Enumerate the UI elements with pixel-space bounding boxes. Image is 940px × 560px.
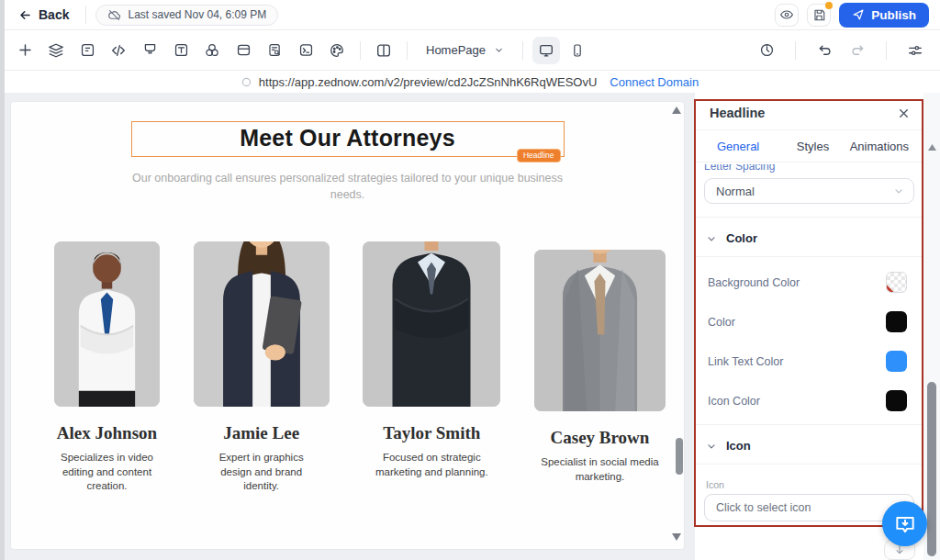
attorney-photo[interactable] bbox=[363, 241, 500, 407]
spacing-dropdown[interactable]: Normal bbox=[704, 178, 914, 204]
sliders-icon bbox=[907, 42, 923, 59]
publish-label: Publish bbox=[871, 8, 916, 22]
last-saved-text: Last saved Nov 04, 6:09 PM bbox=[128, 8, 266, 21]
divider bbox=[886, 41, 887, 60]
section-subtitle[interactable]: Our onboarding call ensures personalized… bbox=[114, 170, 582, 203]
selected-headline-element[interactable]: Meet Our Attorneys Headline bbox=[131, 121, 565, 157]
columns-icon bbox=[375, 42, 392, 59]
top-bar: Back Last saved Nov 04, 6:09 PM Publish bbox=[0, 0, 940, 30]
text-color-swatch[interactable] bbox=[886, 311, 907, 332]
headline-element-tag: Headline bbox=[517, 149, 561, 162]
redo-icon bbox=[850, 42, 866, 58]
theme-button[interactable] bbox=[323, 37, 351, 64]
undo-icon bbox=[817, 42, 833, 58]
attorney-name[interactable]: Casey Brown bbox=[534, 428, 666, 448]
canvas-scroll-down-arrow[interactable] bbox=[671, 532, 682, 542]
canvas-scrollbar-thumb[interactable] bbox=[676, 438, 683, 475]
icon-section-header[interactable]: Icon bbox=[695, 424, 923, 464]
eye-icon bbox=[779, 7, 794, 22]
settings-sliders-button[interactable] bbox=[901, 37, 929, 64]
attorney-description[interactable]: Specializes in video editing and content… bbox=[54, 451, 160, 494]
tab-styles[interactable]: Styles bbox=[781, 140, 845, 153]
color-section-header[interactable]: Color bbox=[695, 217, 923, 256]
style-brush-button[interactable] bbox=[136, 37, 163, 64]
sections-button[interactable] bbox=[229, 37, 257, 64]
clipped-setting-label: Letter Spacing bbox=[704, 164, 923, 174]
divider bbox=[522, 41, 523, 60]
attorney-card[interactable]: Jamie Lee Expert in graphics design and … bbox=[194, 241, 330, 494]
window-scrollbar[interactable] bbox=[923, 93, 940, 560]
layout-columns-button[interactable] bbox=[370, 37, 397, 64]
close-icon bbox=[897, 106, 911, 120]
layers-button[interactable] bbox=[42, 37, 70, 64]
tab-general[interactable]: General bbox=[717, 140, 781, 153]
attorney-description[interactable]: Expert in graphics design and brand iden… bbox=[203, 451, 320, 494]
scroll-up-arrow[interactable] bbox=[927, 143, 937, 151]
page-selector-dropdown[interactable]: HomePage bbox=[417, 43, 513, 57]
attorney-card[interactable]: Casey Brown Specialist in social media m… bbox=[534, 250, 666, 494]
console-button[interactable] bbox=[292, 37, 319, 64]
text-icon bbox=[173, 42, 189, 58]
headline-text[interactable]: Meet Our Attorneys bbox=[132, 125, 564, 151]
attorney-name[interactable]: Taylor Smith bbox=[363, 423, 500, 443]
seo-button[interactable] bbox=[261, 37, 288, 64]
page-canvas[interactable]: Meet Our Attorneys Headline Our onboardi… bbox=[11, 102, 684, 549]
preview-button[interactable] bbox=[775, 4, 799, 27]
save-button[interactable] bbox=[807, 4, 831, 27]
link-text-color-swatch[interactable] bbox=[886, 351, 907, 372]
redo-button[interactable] bbox=[844, 37, 871, 64]
venn-circles-icon bbox=[204, 42, 220, 59]
window-scrollbar-thumb[interactable] bbox=[927, 382, 936, 556]
attorney-photo[interactable] bbox=[194, 241, 330, 407]
attorney-card[interactable]: Alex Johnson Specializes in video editin… bbox=[54, 241, 160, 494]
attorney-name[interactable]: Alex Johnson bbox=[54, 423, 160, 443]
file-search-icon bbox=[267, 42, 283, 58]
close-panel-button[interactable] bbox=[897, 106, 911, 120]
history-button[interactable] bbox=[753, 37, 780, 64]
history-clock-icon bbox=[759, 42, 775, 58]
attorney-description[interactable]: Focused on strategic marketing and plann… bbox=[375, 451, 488, 479]
code-button[interactable] bbox=[105, 37, 132, 64]
background-color-label: Background Color bbox=[708, 276, 800, 289]
add-element-button[interactable] bbox=[11, 37, 39, 64]
chat-bubble-icon bbox=[893, 512, 917, 536]
divider bbox=[85, 6, 86, 24]
attorney-photo[interactable] bbox=[534, 250, 666, 411]
save-icon bbox=[812, 8, 826, 22]
attorney-name[interactable]: Jamie Lee bbox=[194, 423, 330, 443]
back-label: Back bbox=[39, 7, 69, 22]
undo-button[interactable] bbox=[811, 37, 838, 64]
last-saved-badge: Last saved Nov 04, 6:09 PM bbox=[95, 5, 278, 26]
blend-button[interactable] bbox=[198, 37, 226, 64]
chevron-down-icon bbox=[893, 185, 904, 196]
attorney-description[interactable]: Specialist in social media marketing. bbox=[540, 455, 659, 484]
tab-animations[interactable]: Animations bbox=[845, 140, 909, 153]
text-button[interactable] bbox=[167, 37, 195, 64]
connect-domain-link[interactable]: Connect Domain bbox=[610, 75, 699, 89]
text-color-label: Color bbox=[708, 316, 735, 329]
background-color-swatch[interactable] bbox=[886, 272, 907, 293]
forms-button[interactable] bbox=[73, 37, 101, 64]
attorney-photo[interactable] bbox=[54, 241, 160, 407]
icon-field-label: Icon bbox=[706, 479, 923, 490]
chevron-down-icon bbox=[706, 441, 717, 452]
monitor-icon bbox=[538, 42, 554, 59]
palette-icon bbox=[329, 42, 345, 59]
preview-url[interactable]: https://app.zednow.com/v2/preview/cd2JcZ… bbox=[259, 75, 598, 89]
form-document-icon bbox=[80, 42, 95, 58]
publish-button[interactable]: Publish bbox=[839, 3, 929, 28]
attorney-card[interactable]: Taylor Smith Focused on strategic market… bbox=[363, 241, 500, 494]
icon-color-swatch[interactable] bbox=[886, 390, 907, 411]
chevron-down-icon bbox=[494, 45, 504, 55]
chat-widget-button[interactable] bbox=[882, 501, 927, 546]
browser-card-icon bbox=[236, 42, 252, 58]
spacing-dropdown-value: Normal bbox=[716, 185, 755, 198]
canvas-scroll-up-arrow[interactable] bbox=[671, 106, 682, 115]
background-color-row: Background Color bbox=[695, 263, 923, 302]
plus-icon bbox=[17, 42, 33, 58]
mobile-view-button[interactable] bbox=[564, 37, 591, 64]
desktop-view-button[interactable] bbox=[532, 37, 560, 64]
divider bbox=[795, 41, 796, 60]
back-button[interactable]: Back bbox=[11, 7, 76, 22]
layers-icon bbox=[48, 42, 64, 59]
